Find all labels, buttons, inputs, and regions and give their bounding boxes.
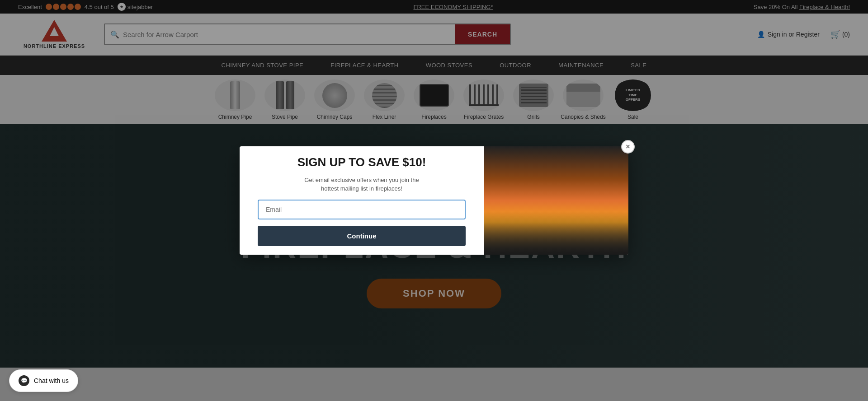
popup-email-input[interactable] (258, 200, 466, 219)
popup-image (484, 146, 628, 255)
popup-form: SIGN UP TO SAVE $10! Get email exclusive… (240, 146, 484, 255)
modal-overlay[interactable]: × SIGN UP TO SAVE $10! Get email exclusi… (0, 0, 868, 401)
close-button[interactable]: × (621, 140, 635, 154)
chat-label: Chat with us (34, 377, 69, 384)
popup-title: SIGN UP TO SAVE $10! (297, 155, 426, 169)
continue-button[interactable]: Continue (258, 226, 466, 246)
signup-popup: × SIGN UP TO SAVE $10! Get email exclusi… (240, 146, 628, 255)
popup-subtitle: Get email exclusive offers when you join… (304, 176, 419, 193)
chat-icon: 💬 (19, 375, 29, 386)
chat-button[interactable]: 💬 Chat with us (9, 369, 78, 392)
fire-image (484, 146, 628, 255)
